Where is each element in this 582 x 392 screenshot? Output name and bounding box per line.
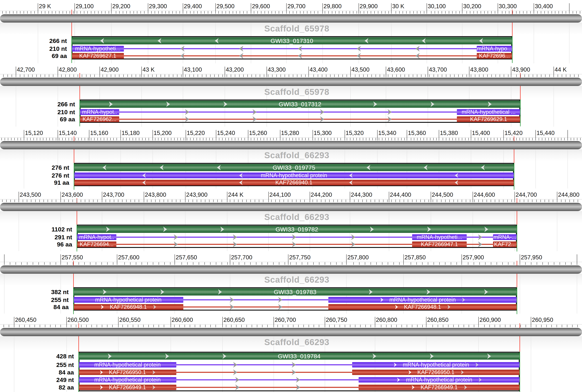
ruler-minor-tick — [304, 11, 304, 14]
ruler-minor-tick — [331, 138, 331, 140]
mrna-exon-segment[interactable]: mRNA-hypothetical protein — [74, 172, 514, 178]
cds-exon-segment[interactable]: KAF7266950.1 — [78, 370, 176, 375]
ruler-minor-tick — [171, 138, 171, 140]
ruler-minor-tick — [479, 74, 480, 77]
cds-exon-segment[interactable]: KAF7269629.1 — [457, 116, 520, 122]
mrna-exon-segment[interactable]: mRNA-hypothetical protein — [352, 362, 520, 368]
ruler-minor-tick — [45, 325, 45, 327]
coordinate-ruler[interactable]: 15,12015,14015,16015,18015,20015,22015,2… — [0, 127, 582, 141]
mrna-exon-segment[interactable]: mRNA-hypot.. — [80, 109, 119, 115]
ruler-minor-tick — [160, 200, 160, 202]
cds-exon-segment[interactable]: KAF7266949.1 — [78, 385, 176, 390]
ruler-minor-tick — [564, 138, 565, 140]
ruler-tick — [478, 317, 479, 327]
ruler-minor-tick — [71, 325, 71, 327]
ruler-minor-tick — [433, 138, 434, 140]
ruler-minor-tick — [545, 138, 546, 140]
ruler-tick — [520, 254, 520, 265]
ruler-minor-tick — [507, 138, 507, 140]
coordinate-ruler[interactable]: 42,70042,80042,90043 K43,10043,20043,300… — [0, 63, 582, 77]
ruler-minor-tick — [68, 138, 69, 140]
segment-label-row: KAF72... — [493, 242, 517, 247]
ruler-tick — [426, 317, 426, 327]
cds-exon-segment[interactable]: KAF7269627.1 — [72, 53, 124, 59]
mrna-exon-segment[interactable]: mRNA-hypothetical protein — [78, 377, 176, 382]
ruler-tick-label: 15,420 — [504, 130, 522, 136]
cds-exon-segment[interactable]: KAF72... — [493, 242, 517, 247]
box-edge-line — [74, 163, 74, 190]
ruler-minor-tick — [548, 138, 549, 140]
mrna-exon-segment[interactable]: mRNA-hypothetical protein — [358, 377, 520, 382]
box-edge-line — [78, 352, 79, 392]
ruler-tick — [439, 130, 439, 140]
ruler-minor-tick — [126, 11, 127, 14]
ruler-minor-tick — [404, 74, 405, 77]
mrna-exon-segment[interactable]: mRNA-hypotheti... — [72, 46, 124, 52]
ruler-minor-tick — [283, 138, 283, 140]
ruler-minor-tick — [107, 74, 107, 77]
ruler-tick-label: 15,440 — [536, 130, 554, 136]
mrna-exon-segment[interactable]: mRNA-hypo... — [477, 46, 512, 52]
coordinate-ruler[interactable]: 260,450260,500260,550260,600260,650260,7… — [0, 314, 582, 328]
ruler-minor-tick — [137, 11, 137, 14]
ruler-baseline — [0, 324, 582, 324]
gene-bar[interactable]: GWI33_019782 — [77, 226, 517, 233]
gene-bar[interactable]: GWI33_019775 — [74, 164, 514, 171]
segment-label-row: KAF7266949.1 — [358, 385, 520, 390]
chevron-right-icon — [478, 378, 482, 382]
mrna-exon-segment[interactable]: mRNA-hypothetical protein — [328, 297, 517, 303]
gene-bar[interactable]: GWI33_017312 — [80, 100, 520, 108]
cds-exon-segment[interactable]: KAF726962... — [80, 116, 119, 122]
cds-exon-segment[interactable]: KAF7266948.1 — [328, 304, 517, 310]
ruler-tick-label: 243,600 — [62, 191, 83, 198]
ruler-tick-label: 15,180 — [122, 130, 140, 136]
ruler-tick — [504, 130, 504, 140]
sequence-bar[interactable] — [0, 328, 582, 336]
chevron-right-icon — [100, 385, 103, 390]
ruler-minor-tick — [464, 325, 464, 327]
mrna-exon-segment[interactable]: mRNA-hypothetical protein — [78, 362, 176, 368]
cds-exon-segment[interactable]: KAF7266940.1 — [74, 180, 514, 186]
sequence-bar[interactable] — [0, 203, 582, 211]
gene-bar[interactable]: GWI33_017310 — [72, 37, 512, 44]
ruler-minor-tick — [404, 138, 405, 140]
sequence-bar[interactable] — [0, 78, 582, 86]
coordinate-ruler[interactable]: 257,550257,600257,650257,700257,750257,8… — [0, 251, 582, 265]
ruler-minor-tick — [9, 325, 9, 327]
coordinate-ruler[interactable]: 29 K29,10029,20029,30029,40029,50029,600… — [0, 0, 582, 14]
mrna-exon-segment[interactable]: mRNA-... — [493, 234, 517, 240]
ruler-minor-tick — [197, 200, 197, 202]
ruler-minor-tick — [503, 200, 504, 202]
mrna-exon-segment[interactable]: mRNA-hypothetical protein — [74, 297, 183, 303]
ruler-minor-tick — [448, 325, 448, 327]
gene-bar[interactable]: GWI33_019784 — [78, 353, 520, 360]
sequence-bar[interactable] — [0, 141, 582, 149]
ruler-minor-tick — [262, 325, 262, 327]
cds-exon-segment[interactable]: KAF7266948.1 — [74, 304, 183, 310]
mrna-exon-segment[interactable]: mRNA-hypotheti... — [412, 234, 467, 240]
cds-exon-segment[interactable]: KAF726694... — [77, 242, 116, 247]
ruler-tick — [14, 317, 14, 327]
ruler-minor-tick — [203, 138, 203, 140]
cds-exon-segment[interactable]: KAF7266949.1 — [358, 385, 520, 390]
mrna-exon-segment[interactable]: mRNA-hypot.. — [77, 234, 116, 240]
sequence-bar[interactable] — [0, 266, 582, 274]
ruler-minor-tick — [45, 11, 45, 14]
ruler-minor-tick — [178, 138, 178, 140]
ruler-minor-tick — [268, 74, 268, 77]
cds-exon-segment[interactable]: KAF7266947.1 — [412, 242, 467, 247]
ruler-tick-label: 15,220 — [187, 130, 205, 136]
ruler-tick — [227, 192, 227, 202]
coordinate-ruler[interactable]: 243,500243,600243,700243,800243,900244 K… — [0, 188, 582, 202]
sequence-bar[interactable] — [0, 14, 582, 22]
ruler-minor-tick — [222, 200, 222, 202]
segment-label-row: mRNA-hypo... — [477, 46, 512, 52]
ruler-minor-tick — [454, 74, 454, 77]
segment-label: KAF726694... — [80, 242, 114, 247]
cds-exon-segment[interactable]: KAF7266950.1 — [352, 370, 520, 375]
cds-exon-segment[interactable]: KAF72696... — [477, 53, 512, 59]
mrna-exon-segment[interactable]: mRNA-hypothetical ... — [457, 109, 520, 115]
ruler-minor-tick — [133, 138, 133, 140]
gene-bar[interactable]: GWI33_019783 — [74, 288, 517, 296]
ruler-tick-label: 43,800 — [470, 66, 488, 73]
